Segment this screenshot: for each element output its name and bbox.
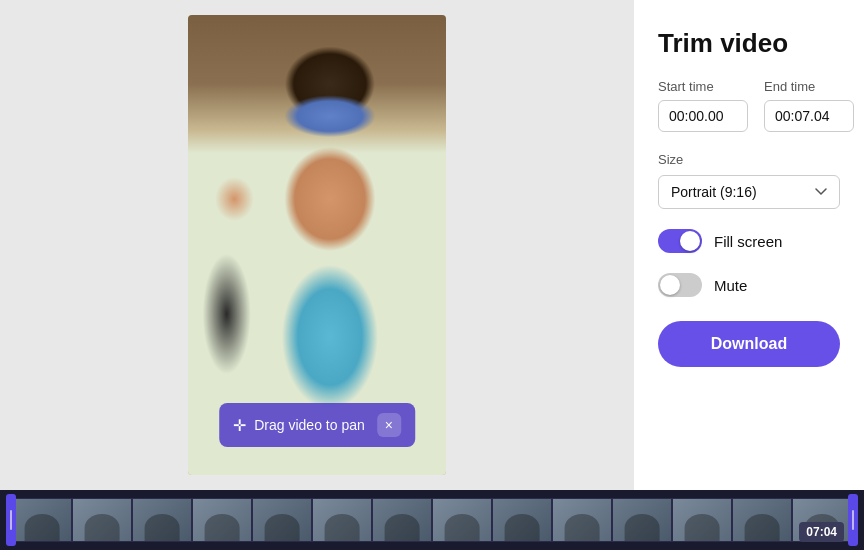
film-frame [432,498,492,542]
start-time-input[interactable] [658,100,748,132]
mute-toggle[interactable] [658,273,702,297]
timeline-handle-left[interactable] [6,494,16,546]
film-frame [492,498,552,542]
film-frame [612,498,672,542]
drag-tooltip: ✛ Drag video to pan × [219,403,415,447]
fill-screen-row: Fill screen [658,229,840,253]
film-frame [312,498,372,542]
mute-knob [660,275,680,295]
controls-panel: Trim video Start time End time Size Port… [634,0,864,490]
film-frame [732,498,792,542]
main-area: ✛ Drag video to pan × Trim video Start t… [0,0,864,490]
size-select[interactable]: Portrait (9:16) Landscape (16:9) Square … [658,175,840,209]
timeline-handle-right[interactable] [848,494,858,546]
start-time-label: Start time [658,79,748,94]
film-frame [672,498,732,542]
end-time-input[interactable] [764,100,854,132]
start-time-field: Start time [658,79,748,132]
fill-screen-knob [680,231,700,251]
end-time-label: End time [764,79,854,94]
end-time-field: End time [764,79,854,132]
video-container: ✛ Drag video to pan × [188,15,446,475]
mute-row: Mute [658,273,840,297]
film-frame [72,498,132,542]
film-frame [192,498,252,542]
fill-screen-label: Fill screen [714,233,782,250]
film-frame [552,498,612,542]
film-frame [372,498,432,542]
panel-title: Trim video [658,28,840,59]
drag-tooltip-text: Drag video to pan [254,417,365,433]
fill-screen-toggle[interactable] [658,229,702,253]
download-button[interactable]: Download [658,321,840,367]
filmstrip-frames[interactable] [12,498,852,542]
film-frame [12,498,72,542]
drag-close-button[interactable]: × [377,413,401,437]
filmstrip-track: 07:04 [0,490,864,550]
filmstrip-area: 07:04 [0,490,864,550]
film-frame [132,498,192,542]
video-section: ✛ Drag video to pan × [0,0,634,490]
size-label: Size [658,152,840,167]
film-frame [252,498,312,542]
time-badge: 07:04 [799,522,844,542]
drag-icon: ✛ [233,416,246,435]
time-row: Start time End time [658,79,840,132]
mute-label: Mute [714,277,747,294]
size-section: Size Portrait (9:16) Landscape (16:9) Sq… [658,152,840,209]
